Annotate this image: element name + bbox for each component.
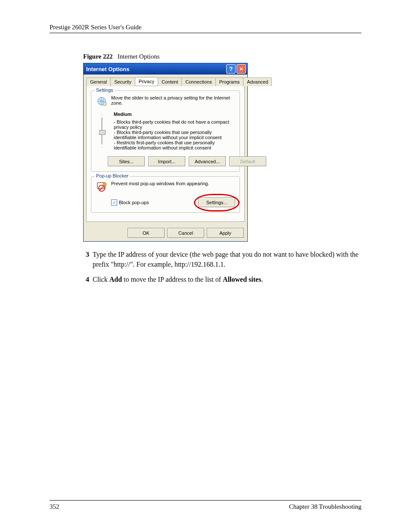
internet-options-dialog: Internet Options ? × General Security Pr… [83, 63, 248, 242]
ok-button[interactable]: OK [128, 228, 165, 238]
privacy-slider[interactable]: – – [96, 112, 108, 150]
chapter-label: Chapter 38 Troubleshooting [289, 503, 361, 510]
privacy-bullet: - Restricts first-party cookies that use… [114, 140, 235, 150]
privacy-bullet: - Blocks third-party cookies that do not… [114, 119, 235, 130]
settings-legend: Settings [95, 87, 115, 93]
step-number: 3 [83, 249, 89, 269]
privacy-bullet: - Blocks third-party cookies that use pe… [114, 130, 235, 140]
titlebar[interactable]: Internet Options ? × [84, 63, 247, 75]
privacy-panel: Settings Move the slider to select a pri… [86, 86, 245, 222]
block-popups-label: Block pop-ups [119, 200, 149, 205]
step-text: Type the IP address of your device (the … [93, 249, 361, 269]
import-button[interactable]: Import... [148, 156, 185, 166]
step-3: 3 Type the IP address of your device (th… [83, 249, 361, 269]
tab-programs[interactable]: Programs [215, 78, 244, 86]
settings-group: Settings Move the slider to select a pri… [91, 90, 240, 172]
figure-title: Internet Options [118, 53, 160, 60]
step-text: Click Add to move the IP address to the … [93, 274, 263, 284]
figure-caption: Figure 222 Internet Options [83, 53, 361, 60]
popup-instruction: Prevent most pop-up windows from appeari… [111, 181, 209, 186]
tab-privacy[interactable]: Privacy [135, 77, 158, 86]
cancel-button[interactable]: Cancel [167, 228, 204, 238]
settings-instruction: Move the slider to select a privacy sett… [111, 95, 235, 106]
sites-button[interactable]: Sites... [108, 156, 145, 166]
svg-point-1 [103, 102, 106, 106]
block-popups-checkbox[interactable]: ✓ Block pop-ups [111, 199, 149, 205]
tab-advanced[interactable]: Advanced [243, 78, 272, 86]
advanced-button[interactable]: Advanced... [189, 156, 226, 166]
popup-blocker-group: Pop-up Blocker ! Prevent most pop-up [91, 176, 240, 213]
privacy-level-description: Medium - Blocks third-party cookies that… [114, 112, 235, 150]
page-number: 352 [50, 503, 59, 510]
dialog-title: Internet Options [86, 66, 225, 72]
privacy-globe-icon [96, 95, 108, 107]
tab-strip: General Security Privacy Content Connect… [84, 75, 247, 86]
step-4: 4 Click Add to move the IP address to th… [83, 274, 361, 284]
tab-connections[interactable]: Connections [181, 78, 215, 86]
svg-text:!: ! [104, 183, 105, 186]
step-number: 4 [83, 274, 89, 284]
apply-button[interactable]: Apply [207, 228, 244, 238]
dialog-footer: OK Cancel Apply [84, 224, 247, 241]
privacy-level-name: Medium [114, 112, 235, 117]
page-footer: 352 Chapter 38 Troubleshooting [50, 500, 361, 510]
default-button[interactable]: Default [229, 156, 266, 166]
tab-security[interactable]: Security [110, 78, 135, 86]
popup-blocker-icon: ! [96, 181, 108, 193]
page-header: Prestige 2602R Series User's Guide [50, 24, 361, 33]
checkmark-icon: ✓ [111, 199, 117, 205]
tab-content[interactable]: Content [158, 78, 182, 86]
close-button[interactable]: × [237, 64, 246, 74]
popup-legend: Pop-up Blocker [95, 173, 130, 178]
help-button[interactable]: ? [226, 64, 236, 74]
popup-settings-button[interactable]: Settings... [198, 197, 235, 207]
tab-general[interactable]: General [86, 78, 111, 86]
figure-label: Figure 222 [83, 53, 112, 60]
